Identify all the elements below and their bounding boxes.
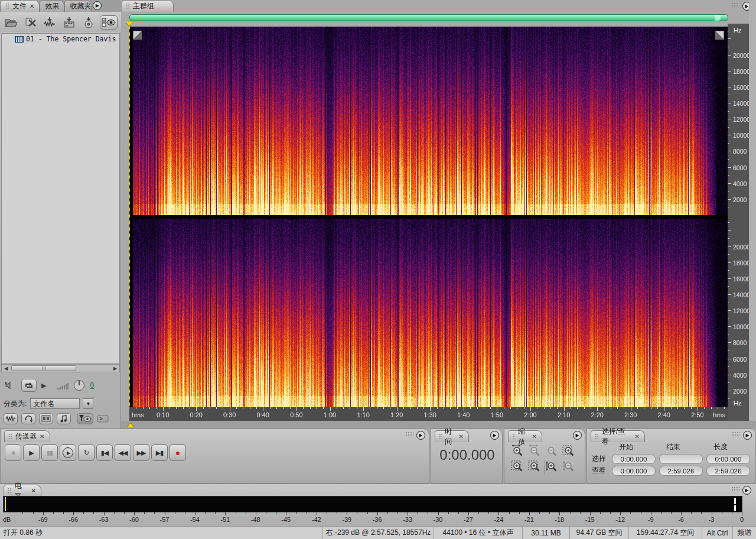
selection-start-marker[interactable] <box>126 22 133 26</box>
volume-bars-icon[interactable] <box>57 382 69 389</box>
show-midi-files-button[interactable] <box>57 413 71 424</box>
tab-effects[interactable]: 效果 <box>40 0 64 12</box>
show-audio-files-button[interactable] <box>4 413 18 424</box>
spectrogram-canvas[interactable] <box>129 27 728 407</box>
tab-transport[interactable]: 传送器 ✕ <box>4 430 50 442</box>
db-tick <box>539 512 540 514</box>
freq-tick <box>728 183 731 184</box>
db-tick-label: -63 <box>94 516 114 523</box>
chevron-down-icon[interactable]: ▼ <box>83 398 93 409</box>
time-field[interactable]: 2:59.026 <box>706 466 750 476</box>
auto-play-icon[interactable] <box>5 381 17 390</box>
zoom-menu-button[interactable]: ▶ <box>573 431 582 440</box>
stop-button[interactable]: ■ <box>5 444 21 461</box>
freq-tick <box>728 286 729 287</box>
time-display[interactable]: 0:00.000 <box>431 447 503 463</box>
time-field[interactable]: 0:00.000 <box>706 454 750 464</box>
go-to-beginning-icon: ▮◀ <box>101 449 109 457</box>
time-field[interactable]: 2:59.026 <box>659 466 703 476</box>
zoom-to-selection-button[interactable] <box>561 443 578 459</box>
close-icon[interactable]: ✕ <box>459 434 464 440</box>
close-icon[interactable]: ✕ <box>635 434 640 440</box>
play-from-cursor-button[interactable]: ▶ <box>60 444 76 461</box>
filter-options-button[interactable] <box>77 413 93 424</box>
volume-knob[interactable] <box>73 379 85 391</box>
time-field[interactable]: 0:00.000 <box>612 454 656 464</box>
zoom-in-vertical-button[interactable] <box>543 459 561 474</box>
tab-zoom[interactable]: 缩放 ✕ <box>508 430 542 442</box>
db-tick <box>296 512 296 514</box>
left-channel-grabber-icon[interactable] <box>133 31 142 40</box>
show-video-files-button[interactable] <box>39 413 53 424</box>
pause-button[interactable]: ▮▮ <box>41 444 58 461</box>
panel-menu-button[interactable]: ▶ <box>93 1 102 10</box>
selection-edge[interactable] <box>129 27 133 407</box>
freq-tick <box>728 382 729 383</box>
freq-tick <box>728 222 729 223</box>
go-to-end-button[interactable]: ▶▮ <box>151 444 168 461</box>
scrollbar-thumb[interactable] <box>11 365 76 371</box>
db-tick-label: -33 <box>397 516 418 523</box>
tab-levels[interactable]: 电平 ✕ <box>4 485 41 496</box>
file-list-item[interactable]: 01 - The Spencer Davis Gro <box>2 34 119 44</box>
transport-buttons: ■▶▮▮▶↻▮◀◀◀▶▶▶▮● <box>5 444 186 461</box>
go-to-beginning-button[interactable]: ▮◀ <box>96 444 113 461</box>
time-tick <box>350 407 350 409</box>
loop-preview-button[interactable] <box>21 379 37 392</box>
tab-time[interactable]: 时间 ✕ <box>435 430 469 442</box>
show-loop-files-button[interactable] <box>21 413 35 424</box>
levels-menu-button[interactable]: ▶ <box>742 486 751 495</box>
db-tick <box>215 512 216 514</box>
play-button[interactable]: ▶ <box>23 444 40 461</box>
time-label: 时间 <box>445 427 455 447</box>
record-button[interactable]: ● <box>170 444 186 461</box>
sort-select[interactable]: 文件名 <box>30 398 80 409</box>
zoom-in-horizontal-button[interactable] <box>509 443 526 459</box>
frequency-ruler[interactable]: Hz Hz 2000400060008000100001200014000160… <box>728 24 749 421</box>
db-tick-label: -36 <box>367 516 387 523</box>
time-unit-right: hms <box>713 411 725 418</box>
close-icon[interactable]: ✕ <box>40 434 44 440</box>
insert-multitrack-icon[interactable] <box>42 15 57 30</box>
tab-files[interactable]: 文件 ✕ <box>0 0 40 12</box>
close-icon[interactable]: ✕ <box>30 4 34 9</box>
open-file-icon[interactable] <box>4 15 19 30</box>
spectrogram-view[interactable] <box>129 27 728 407</box>
cd-extract-icon[interactable] <box>97 415 109 423</box>
close-file-icon[interactable] <box>23 15 38 30</box>
time-ruler[interactable]: hms hms 0:100:200:300:400:501:001:101:20… <box>129 407 728 421</box>
preview-play-icon[interactable]: ▶ <box>41 382 46 389</box>
tab-selection-view[interactable]: 选择/查看 ✕ <box>591 430 645 442</box>
time-field[interactable]: 0:00.000 <box>612 466 656 476</box>
time-field[interactable] <box>659 454 703 464</box>
right-channel-grabber-icon[interactable] <box>715 31 724 40</box>
close-icon[interactable]: ✕ <box>31 488 36 494</box>
show-options-icon[interactable] <box>100 15 118 30</box>
selection-view-menu-button[interactable]: ▶ <box>743 431 752 440</box>
preview-volume-value[interactable]: 0 <box>90 381 94 389</box>
time-menu-button[interactable]: ▶ <box>490 431 499 440</box>
close-icon[interactable]: ✕ <box>532 434 537 440</box>
tab-main-group[interactable]: 主群组 <box>122 0 174 12</box>
zoom-in-selection-left-button[interactable] <box>509 459 526 474</box>
horizontal-nav-bar[interactable] <box>129 14 728 21</box>
time-tick-label: 2:10 <box>552 411 576 418</box>
transport-menu-button[interactable]: ▶ <box>416 431 425 440</box>
fast-forward-button[interactable]: ▶▶ <box>133 444 149 461</box>
rewind-button[interactable]: ◀◀ <box>115 444 131 461</box>
file-list-hscrollbar[interactable]: ◀ ▶ <box>1 364 120 372</box>
freq-tick <box>728 71 731 72</box>
play-looped-button[interactable]: ↻ <box>78 444 94 461</box>
freq-tick <box>728 79 729 79</box>
tab-favorites[interactable]: 收藏夹 <box>64 0 92 12</box>
db-tick <box>317 512 317 515</box>
insert-video-icon[interactable] <box>61 15 77 30</box>
db-tick <box>428 512 428 514</box>
import-cd-icon[interactable] <box>81 15 96 30</box>
playhead-marker[interactable] <box>127 423 134 427</box>
zoom-in-selection-right-button[interactable] <box>526 459 543 474</box>
scroll-left-icon[interactable]: ◀ <box>2 365 10 372</box>
db-tick <box>408 512 408 515</box>
scroll-right-icon[interactable]: ▶ <box>111 365 119 372</box>
db-tick <box>478 512 479 514</box>
